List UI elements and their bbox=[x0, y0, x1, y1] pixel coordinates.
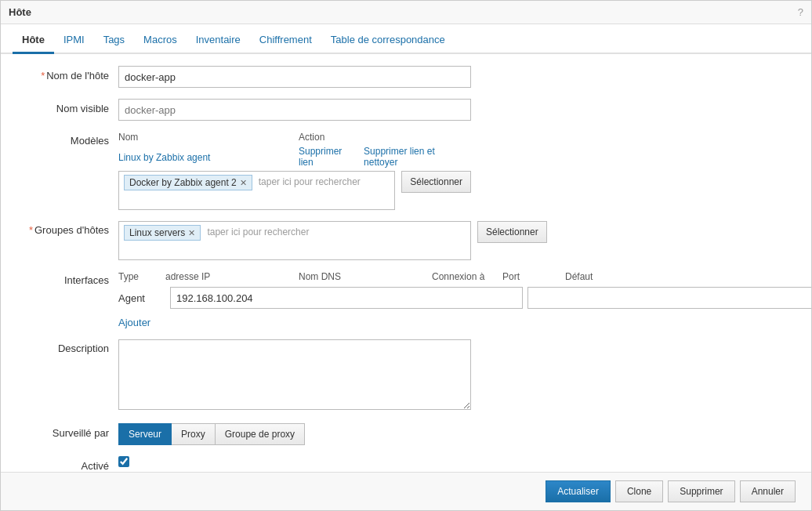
models-section: Nom Action Linux by Zabbix agent Supprim… bbox=[118, 132, 471, 210]
visiblename-row: Nom visible bbox=[16, 99, 796, 121]
hostgroups-field: Linux servers ✕ taper ici pour recherche… bbox=[118, 221, 796, 260]
model-name: Linux by Zabbix agent bbox=[118, 151, 299, 163]
tabs-bar: Hôte IPMI Tags Macros Inventaire Chiffre… bbox=[1, 24, 811, 54]
hostgroups-tag-input-row: Linux servers ✕ taper ici pour recherche… bbox=[118, 221, 796, 260]
description-textarea[interactable] bbox=[118, 339, 471, 410]
remove-link-btn[interactable]: Supprimer lien bbox=[299, 146, 359, 168]
models-placeholder: taper ici pour rechercher bbox=[256, 175, 364, 189]
clone-btn[interactable]: Clone bbox=[615, 480, 663, 502]
model-actions: Supprimer lien Supprimer lien et nettoye… bbox=[299, 146, 471, 168]
hostgroup-tag: Linux servers ✕ bbox=[124, 225, 201, 241]
surveille-label: Surveillé par bbox=[16, 423, 118, 439]
model-tag-close[interactable]: ✕ bbox=[240, 178, 247, 188]
models-tag-container[interactable]: Docker by Zabbix agent 2 ✕ taper ici pou… bbox=[118, 171, 395, 210]
hostgroups-select-btn[interactable]: Sélectionner bbox=[477, 221, 547, 243]
int-col-dns-header: Nom DNS bbox=[299, 271, 432, 282]
models-tag-input-row: Docker by Zabbix agent 2 ✕ taper ici pou… bbox=[118, 171, 471, 210]
tab-tags[interactable]: Tags bbox=[94, 27, 134, 54]
hostgroups-tag-container[interactable]: Linux servers ✕ taper ici pour recherche… bbox=[118, 221, 471, 260]
int-col-type-header: Type bbox=[118, 271, 165, 282]
active-field bbox=[118, 456, 796, 467]
window-title: Hôte bbox=[9, 6, 31, 18]
hostgroup-tag-label: Linux servers bbox=[129, 227, 185, 238]
update-btn[interactable]: Actualiser bbox=[546, 480, 611, 502]
models-header: Nom Action bbox=[118, 132, 471, 143]
models-col-name: Nom bbox=[118, 132, 299, 143]
surveille-serveur-btn[interactable]: Serveur bbox=[118, 423, 172, 445]
tab-correspondance[interactable]: Table de correspondance bbox=[321, 27, 455, 54]
tab-hote[interactable]: Hôte bbox=[13, 27, 54, 54]
visiblename-input[interactable] bbox=[118, 99, 471, 121]
interface-agent-row: Agent IP DNS Supprimer bbox=[118, 287, 811, 309]
visiblename-field bbox=[118, 99, 796, 121]
active-checkbox[interactable] bbox=[118, 456, 129, 467]
remove-link-clean-btn[interactable]: Supprimer lien et nettoyer bbox=[364, 146, 471, 168]
model-link[interactable]: Linux by Zabbix agent bbox=[118, 152, 210, 163]
models-select-btn[interactable]: Sélectionner bbox=[401, 171, 471, 193]
required-star2: * bbox=[29, 224, 33, 236]
cancel-btn[interactable]: Annuler bbox=[740, 480, 796, 502]
surveille-field: Serveur Proxy Groupe de proxy bbox=[118, 423, 796, 445]
models-row: Modèles Nom Action Linux by Zabbix agent… bbox=[16, 132, 796, 210]
form-content: *Nom de l'hôte Nom visible Modèles Nom A… bbox=[1, 54, 811, 472]
interfaces-header: Type adresse IP Nom DNS Connexion à Port… bbox=[118, 271, 811, 282]
interface-ip-input[interactable] bbox=[170, 287, 523, 309]
model-tag: Docker by Zabbix agent 2 ✕ bbox=[124, 175, 252, 190]
add-interface-row: Ajouter bbox=[118, 313, 811, 328]
interfaces-row: Interfaces Type adresse IP Nom DNS Conne… bbox=[16, 271, 796, 328]
footer-bar: Actualiser Clone Supprimer Annuler bbox=[1, 472, 811, 510]
hostgroups-placeholder: taper ici pour rechercher bbox=[204, 225, 312, 239]
tab-ipmi[interactable]: IPMI bbox=[54, 27, 94, 54]
int-col-conn-header: Connexion à bbox=[432, 271, 502, 282]
description-row: Description bbox=[16, 339, 796, 412]
surveille-groupeproxy-btn[interactable]: Groupe de proxy bbox=[215, 423, 305, 445]
interfaces-field: Type adresse IP Nom DNS Connexion à Port… bbox=[118, 271, 811, 328]
model-item: Linux by Zabbix agent Supprimer lien Sup… bbox=[118, 146, 471, 168]
interfaces-section: Type adresse IP Nom DNS Connexion à Port… bbox=[118, 271, 811, 328]
active-label: Activé bbox=[16, 456, 118, 472]
visiblename-label: Nom visible bbox=[16, 99, 118, 114]
help-icon[interactable]: ? bbox=[798, 6, 803, 18]
add-interface-btn[interactable]: Ajouter bbox=[118, 317, 150, 328]
hostname-label: *Nom de l'hôte bbox=[16, 66, 118, 82]
interfaces-label: Interfaces bbox=[16, 271, 118, 286]
hostname-input[interactable] bbox=[118, 66, 471, 88]
tab-macros[interactable]: Macros bbox=[134, 27, 187, 54]
models-col-action: Action bbox=[299, 132, 471, 143]
model-tag-label: Docker by Zabbix agent 2 bbox=[129, 177, 237, 188]
interface-type: Agent bbox=[118, 292, 165, 304]
hostgroups-row: *Groupes d'hôtes Linux servers ✕ taper i… bbox=[16, 221, 796, 260]
titlebar: Hôte ? bbox=[1, 1, 811, 24]
hostgroup-tag-close[interactable]: ✕ bbox=[188, 228, 195, 238]
description-label: Description bbox=[16, 339, 118, 354]
tab-inventaire[interactable]: Inventaire bbox=[187, 27, 250, 54]
models-field: Nom Action Linux by Zabbix agent Supprim… bbox=[118, 132, 796, 210]
int-col-ip-header: adresse IP bbox=[165, 271, 299, 282]
active-row: Activé bbox=[16, 456, 796, 472]
delete-btn[interactable]: Supprimer bbox=[668, 480, 734, 502]
surveille-proxy-btn[interactable]: Proxy bbox=[171, 423, 216, 445]
required-star: * bbox=[41, 70, 45, 82]
int-col-port-header: Port bbox=[502, 271, 565, 282]
hostgroups-label: *Groupes d'hôtes bbox=[16, 221, 118, 236]
surveille-row: Surveillé par Serveur Proxy Groupe de pr… bbox=[16, 423, 796, 445]
interface-dns-input[interactable] bbox=[527, 287, 811, 309]
main-window: Hôte ? Hôte IPMI Tags Macros Inventaire … bbox=[0, 0, 812, 511]
hostname-row: *Nom de l'hôte bbox=[16, 66, 796, 88]
int-col-default-header: Défaut bbox=[565, 271, 628, 282]
description-field bbox=[118, 339, 796, 412]
tab-chiffrement[interactable]: Chiffrement bbox=[250, 27, 321, 54]
models-label: Modèles bbox=[16, 132, 118, 147]
hostname-field bbox=[118, 66, 796, 88]
surveille-btns: Serveur Proxy Groupe de proxy bbox=[118, 423, 304, 445]
